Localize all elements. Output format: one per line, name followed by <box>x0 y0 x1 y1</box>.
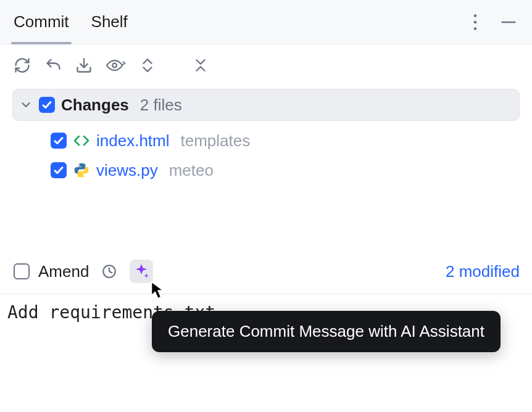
ai-generate-button[interactable] <box>130 260 153 283</box>
modified-count[interactable]: 2 modified <box>446 262 523 281</box>
file-dir: templates <box>181 131 251 150</box>
tab-shelf[interactable]: Shelf <box>91 0 128 44</box>
changes-panel: Changes 2 files index.html templates <box>0 89 532 185</box>
changes-title: Changes <box>61 96 129 115</box>
more-vertical-icon[interactable] <box>464 11 486 33</box>
title-bar: Commit Shelf <box>0 0 532 44</box>
changes-checkbox[interactable] <box>39 97 55 113</box>
changes-count: 2 files <box>140 96 182 115</box>
changes-header[interactable]: Changes 2 files <box>12 89 520 121</box>
file-row[interactable]: views.py meteo <box>51 155 520 185</box>
svg-point-0 <box>474 14 477 17</box>
chevron-down-icon[interactable] <box>19 98 33 112</box>
file-dir: meteo <box>169 161 214 180</box>
svg-point-1 <box>474 20 477 23</box>
amend-checkbox[interactable] <box>14 263 30 279</box>
file-name: views.py <box>96 161 158 180</box>
svg-point-5 <box>112 64 117 68</box>
shelve-icon[interactable] <box>75 57 93 76</box>
changelists-icon[interactable] <box>141 57 154 76</box>
ai-tooltip: Generate Commit Message with AI Assistan… <box>152 311 501 352</box>
vcs-toolbar <box>0 44 532 89</box>
python-file-icon <box>73 162 90 178</box>
svg-point-2 <box>474 27 477 30</box>
divider <box>0 294 532 294</box>
refresh-icon[interactable] <box>14 57 31 76</box>
file-checkbox[interactable] <box>51 162 67 178</box>
history-icon[interactable] <box>98 260 121 283</box>
file-row[interactable]: index.html templates <box>51 126 520 155</box>
tab-strip: Commit Shelf <box>0 0 128 44</box>
rollback-icon[interactable] <box>44 57 62 76</box>
tab-shelf-label: Shelf <box>91 12 128 31</box>
diff-preview-icon[interactable] <box>106 57 127 76</box>
minimize-icon[interactable] <box>497 11 520 33</box>
html-file-icon <box>73 133 90 148</box>
tab-commit[interactable]: Commit <box>14 0 69 44</box>
commit-options-bar: Amend 2 modified <box>0 252 532 291</box>
ai-tooltip-text: Generate Commit Message with AI Assistan… <box>168 322 484 340</box>
collapse-icon[interactable] <box>194 57 207 76</box>
title-bar-actions <box>464 11 526 33</box>
tab-commit-label: Commit <box>14 12 69 31</box>
amend-label: Amend <box>38 262 89 281</box>
file-checkbox[interactable] <box>51 133 67 149</box>
file-name: index.html <box>96 131 170 150</box>
file-list: index.html templates views.py meteo <box>12 121 520 185</box>
